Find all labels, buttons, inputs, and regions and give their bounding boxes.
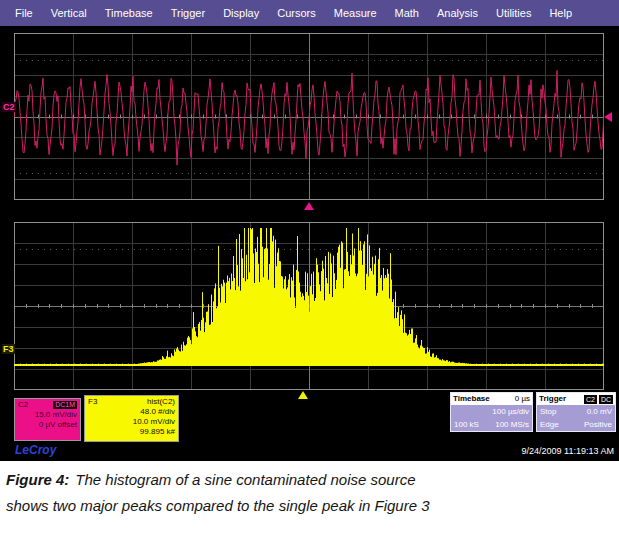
timebase-panel[interactable]: Timebase 0 µs 100 µs/div 100 kS 100 MS/s (450, 392, 533, 432)
menu-item-timebase[interactable]: Timebase (96, 7, 162, 19)
lecroy-logo: LeCroy (15, 443, 56, 457)
c2-descriptor-box[interactable]: C2 DC1M 15.0 mV/div 0 µV offset (14, 398, 81, 441)
trigger-slope: Positive (584, 418, 612, 431)
f3-label: F3 (88, 397, 97, 407)
f3-population: 99.895 k# (88, 427, 175, 437)
f3-function: hist(C2) (147, 397, 175, 407)
menu-item-measure[interactable]: Measure (325, 7, 386, 19)
trigger-mode: Stop (540, 405, 556, 418)
menu-item-help[interactable]: Help (540, 7, 581, 19)
f3-ydiv: 48.0 #/div (88, 407, 175, 417)
menu-item-cursors[interactable]: Cursors (268, 7, 325, 19)
menu-item-file[interactable]: File (6, 7, 42, 19)
f3-histogram-grid[interactable] (14, 222, 604, 390)
trigger-source-badge: C2 (584, 395, 597, 404)
menu-bar: FileVerticalTimebaseTriggerDisplayCursor… (0, 0, 619, 26)
c2-label: C2 (18, 400, 28, 410)
c2-edge-label: C2 (2, 102, 16, 112)
histogram-center-marker-icon[interactable] (298, 391, 308, 399)
c2-waveform-grid[interactable] (14, 33, 604, 200)
f3-descriptor-box[interactable]: F3 hist(C2) 48.0 #/div 10.0 mV/div 99.89… (84, 395, 179, 442)
trigger-level-marker-icon[interactable] (604, 112, 612, 122)
trigger-time-marker-icon[interactable] (304, 202, 314, 210)
trigger-panel[interactable]: Trigger C2 DC Stop 0.0 mV Edge Positive (536, 392, 616, 432)
f3-xdiv: 10.0 mV/div (88, 417, 175, 427)
trigger-type: Edge (540, 418, 559, 431)
figure-caption: Figure 4:The histogram of a sine contami… (6, 467, 458, 519)
caption-area: Figure 4:The histogram of a sine contami… (0, 461, 619, 544)
oscilloscope-screenshot: FileVerticalTimebaseTriggerDisplayCursor… (0, 0, 619, 544)
datetime-status: 9/24/2009 11:19:13 AM (522, 446, 614, 456)
menu-item-display[interactable]: Display (214, 7, 268, 19)
menu-item-utilities[interactable]: Utilities (487, 7, 540, 19)
figure-caption-text: The histogram of a sine contaminated noi… (6, 471, 430, 514)
c2-offset: 0 µV offset (18, 420, 77, 430)
figure-caption-label: Figure 4: (6, 471, 69, 488)
f3-edge-label: F3 (2, 344, 15, 354)
timebase-title: Timebase (453, 393, 490, 405)
timebase-delay: 0 µs (515, 393, 530, 405)
trigger-coupling-badge: DC (599, 395, 613, 404)
menu-item-math[interactable]: Math (386, 7, 428, 19)
menu-item-analysis[interactable]: Analysis (428, 7, 487, 19)
timebase-samples: 100 kS (454, 418, 479, 431)
timebase-rate: 100 MS/s (495, 418, 529, 431)
menu-item-trigger[interactable]: Trigger (162, 7, 214, 19)
c2-coupling-badge: DC1M (53, 401, 77, 409)
menu-item-vertical[interactable]: Vertical (42, 7, 96, 19)
timebase-tdiv: 100 µs/div (492, 405, 529, 418)
c2-vdiv: 15.0 mV/div (18, 410, 77, 420)
trigger-title: Trigger (539, 393, 566, 405)
trigger-level: 0.0 mV (587, 405, 612, 418)
